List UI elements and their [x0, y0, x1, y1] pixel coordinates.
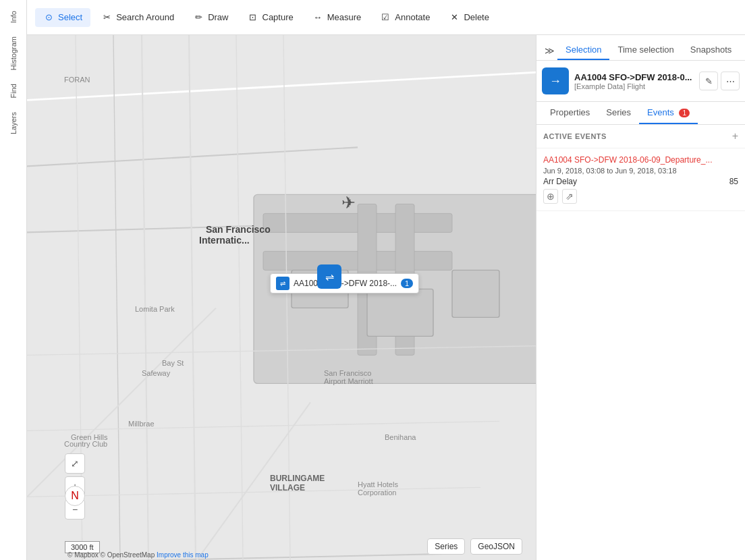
- svg-text:✈: ✈: [341, 193, 356, 212]
- sidebar-tab-info[interactable]: Info: [7, 5, 20, 28]
- fit-extent-button[interactable]: ⤢: [65, 453, 85, 474]
- tab-snapshots[interactable]: Snapshots: [682, 40, 740, 60]
- event-detail: Arr Delay 85: [543, 177, 738, 186]
- svg-rect-18: [452, 270, 499, 317]
- sub-tab-properties[interactable]: Properties: [542, 102, 598, 124]
- entity-icon: →: [542, 67, 569, 94]
- sub-tab-events[interactable]: Events 1: [639, 102, 698, 124]
- flight-marker[interactable]: ⇌: [317, 264, 341, 289]
- entity-title: AA1004 SFO->DFW 2018-0...: [574, 72, 694, 82]
- entity-more-button[interactable]: ⋯: [721, 72, 740, 90]
- event-item[interactable]: AA1004 SFO->DFW 2018-06-09_Departure_...…: [536, 148, 745, 211]
- event-actions: ⊕ ⇗: [543, 189, 738, 204]
- measure-button[interactable]: ↔ Measure: [304, 8, 370, 27]
- events-badge: 1: [679, 109, 690, 117]
- improve-map-link[interactable]: Improve this map: [157, 551, 209, 559]
- series-button[interactable]: Series: [427, 538, 465, 555]
- active-events-header: ACTIVE EVENTS +: [536, 125, 745, 148]
- compass-icon: N: [71, 490, 79, 502]
- draw-button[interactable]: ✏ Draw: [185, 8, 236, 27]
- panel-sub-tabs: Properties Series Events 1: [536, 102, 745, 125]
- search-around-button[interactable]: ✂ Search Around: [93, 8, 182, 27]
- svg-rect-17: [367, 289, 433, 336]
- add-event-button[interactable]: +: [732, 130, 738, 142]
- event-detail-value: 85: [729, 177, 738, 186]
- entity-actions: ✎ ⋯: [699, 72, 740, 90]
- measure-icon: ↔: [312, 12, 323, 23]
- active-events-section: ACTIVE EVENTS + AA1004 SFO->DFW 2018-06-…: [536, 125, 745, 560]
- capture-button[interactable]: ⊡ Capture: [240, 8, 302, 27]
- map-attribution: © Mapbox © OpenStreetMap Improve this ma…: [65, 550, 211, 560]
- draw-icon: ✏: [193, 12, 204, 23]
- sub-tab-series[interactable]: Series: [598, 102, 639, 124]
- select-button[interactable]: ⊙ Select: [35, 8, 90, 27]
- delete-icon: ✕: [449, 12, 460, 23]
- bottom-right-buttons: Series GeoJSON: [427, 538, 522, 555]
- panel-top-tabs: ≫ Selection Time selection Snapshots: [536, 35, 745, 61]
- entity-info: AA1004 SFO->DFW 2018-0... [Example Data]…: [574, 72, 694, 90]
- flight-marker-icon: ⇌: [325, 271, 334, 283]
- toolbar: ⊙ Select ✂ Search Around ✏ Draw ⊡ Captur…: [27, 0, 745, 35]
- flight-tooltip-icon: ⇌: [276, 277, 289, 290]
- event-date: Jun 9, 2018, 03:08 to Jun 9, 2018, 03:18: [543, 167, 738, 175]
- sidebar-tab-find[interactable]: Find: [7, 78, 20, 103]
- flight-tooltip-label: AA1004 SFO->DFW 2018-...: [294, 279, 397, 288]
- event-link-button[interactable]: ⇗: [562, 189, 577, 204]
- tab-time-selection[interactable]: Time selection: [609, 40, 682, 60]
- event-zoom-button[interactable]: ⊕: [543, 189, 558, 204]
- entity-row: → AA1004 SFO->DFW 2018-0... [Example Dat…: [536, 61, 745, 102]
- event-detail-label: Arr Delay: [543, 177, 577, 186]
- annotate-icon: ☑: [380, 12, 391, 23]
- event-title: AA1004 SFO->DFW 2018-06-09_Departure_...: [543, 155, 738, 165]
- geojson-button[interactable]: GeoJSON: [470, 538, 522, 555]
- capture-icon: ⊡: [248, 12, 258, 23]
- select-icon: ⊙: [43, 12, 54, 23]
- right-panel: ≫ Selection Time selection Snapshots → A…: [536, 35, 745, 560]
- compass-rose[interactable]: N: [65, 486, 85, 506]
- panel-collapse-button[interactable]: ≫: [542, 43, 557, 59]
- entity-edit-button[interactable]: ✎: [699, 72, 718, 90]
- annotate-button[interactable]: ☑ Annotate: [372, 8, 438, 27]
- flight-tooltip-badge: 1: [401, 279, 413, 288]
- search-around-icon: ✂: [101, 12, 112, 23]
- fit-extent-icon: ⤢: [71, 458, 79, 469]
- tab-selection[interactable]: Selection: [557, 40, 609, 60]
- left-sidebar: Info Histogram Find Layers: [0, 0, 27, 560]
- sidebar-tab-layers[interactable]: Layers: [7, 107, 20, 140]
- delete-button[interactable]: ✕ Delete: [441, 8, 497, 27]
- entity-icon-symbol: →: [549, 74, 561, 88]
- sidebar-tab-histogram[interactable]: Histogram: [7, 31, 20, 76]
- entity-subtitle: [Example Data] Flight: [574, 82, 694, 90]
- flight-tooltip[interactable]: ⇌ AA1004 SFO->DFW 2018-... 1: [270, 273, 419, 293]
